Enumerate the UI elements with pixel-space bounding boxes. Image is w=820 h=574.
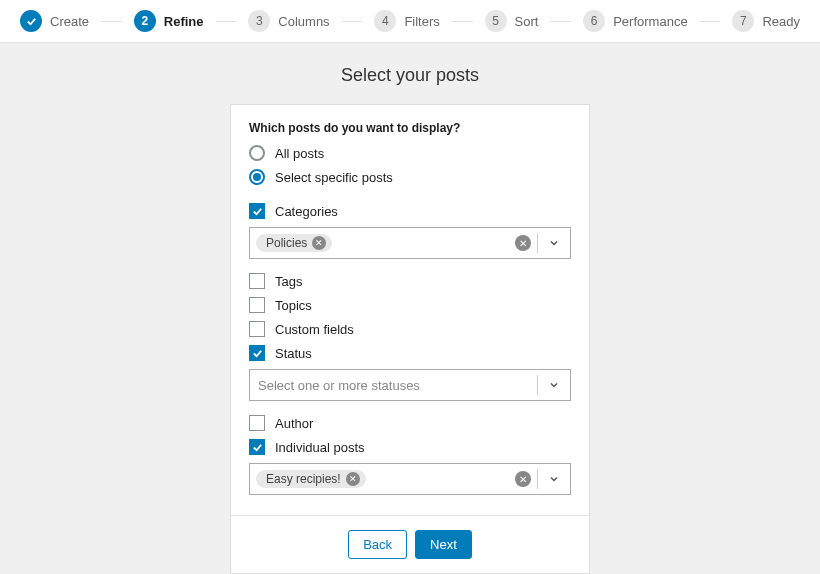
checkbox-icon [249,321,265,337]
step-separator [216,21,237,22]
checkbox-icon [249,273,265,289]
question-label: Which posts do you want to display? [249,121,571,135]
next-button[interactable]: Next [415,530,472,559]
checkbox-individual-posts[interactable]: Individual posts [249,439,571,455]
radio-specific-posts[interactable]: Select specific posts [249,169,571,185]
step-separator [452,21,473,22]
step-separator [700,21,721,22]
categories-select[interactable]: Policies ✕ ✕ [249,227,571,259]
step-ready[interactable]: 7 Ready [732,10,800,32]
checkbox-tags[interactable]: Tags [249,273,571,289]
step-label: Sort [515,14,539,29]
checkbox-label: Custom fields [275,322,354,337]
clear-icon[interactable]: ✕ [515,471,531,487]
checkbox-label: Categories [275,204,338,219]
checkbox-author[interactable]: Author [249,415,571,431]
step-columns[interactable]: 3 Columns [248,10,329,32]
radio-label: Select specific posts [275,170,393,185]
chip-remove-icon[interactable]: ✕ [312,236,326,250]
checkbox-icon [249,415,265,431]
step-number: 3 [248,10,270,32]
step-number: 7 [732,10,754,32]
step-refine[interactable]: 2 Refine [134,10,204,32]
chip-remove-icon[interactable]: ✕ [346,472,360,486]
radio-icon [249,169,265,185]
radio-icon [249,145,265,161]
checkbox-icon [249,297,265,313]
chip-label: Easy recipies! [266,472,341,486]
checkbox-topics[interactable]: Topics [249,297,571,313]
checkbox-custom-fields[interactable]: Custom fields [249,321,571,337]
chevron-down-icon[interactable] [544,237,564,249]
divider [537,233,538,253]
select-placeholder: Select one or more statuses [256,378,420,393]
checkbox-categories[interactable]: Categories [249,203,571,219]
step-performance[interactable]: 6 Performance [583,10,687,32]
checkbox-label: Individual posts [275,440,365,455]
step-separator [101,21,122,22]
checkbox-icon [249,345,265,361]
step-number: 4 [374,10,396,32]
chevron-down-icon[interactable] [544,473,564,485]
step-filters[interactable]: 4 Filters [374,10,439,32]
check-icon [20,10,42,32]
step-number: 5 [485,10,507,32]
wizard-stepper: Create 2 Refine 3 Columns 4 Filters 5 So… [0,0,820,43]
step-create[interactable]: Create [20,10,89,32]
step-separator [342,21,363,22]
back-button[interactable]: Back [348,530,407,559]
chevron-down-icon[interactable] [544,379,564,391]
radio-all-posts[interactable]: All posts [249,145,571,161]
checkbox-icon [249,439,265,455]
step-label: Refine [164,14,204,29]
divider [537,375,538,395]
step-label: Ready [762,14,800,29]
page-title: Select your posts [341,65,479,86]
step-sort[interactable]: 5 Sort [485,10,539,32]
step-label: Performance [613,14,687,29]
step-number: 6 [583,10,605,32]
chip: Policies ✕ [256,234,332,252]
step-label: Filters [404,14,439,29]
checkbox-icon [249,203,265,219]
divider [537,469,538,489]
chip: Easy recipies! ✕ [256,470,366,488]
page-body: Select your posts Which posts do you wan… [0,43,820,574]
checkbox-label: Author [275,416,313,431]
checkbox-label: Status [275,346,312,361]
panel-footer: Back Next [231,515,589,573]
form-panel: Which posts do you want to display? All … [230,104,590,574]
status-select[interactable]: Select one or more statuses [249,369,571,401]
step-label: Create [50,14,89,29]
radio-label: All posts [275,146,324,161]
step-separator [550,21,571,22]
clear-icon[interactable]: ✕ [515,235,531,251]
step-label: Columns [278,14,329,29]
checkbox-status[interactable]: Status [249,345,571,361]
checkbox-label: Topics [275,298,312,313]
individual-posts-select[interactable]: Easy recipies! ✕ ✕ [249,463,571,495]
checkbox-label: Tags [275,274,302,289]
chip-label: Policies [266,236,307,250]
step-number: 2 [134,10,156,32]
